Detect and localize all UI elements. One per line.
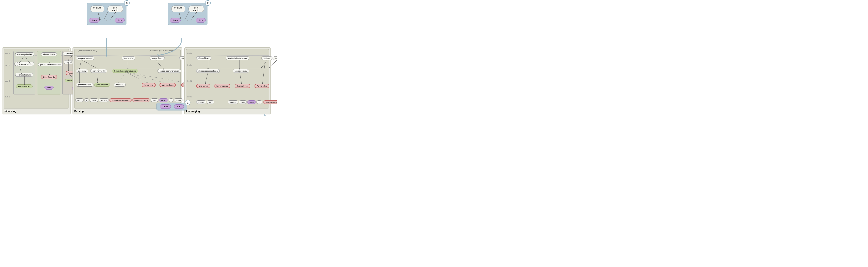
floating-box-right: contacts user profile Anna … Tom 2 — [168, 3, 208, 25]
dictionary-parse: dictionary — [76, 69, 88, 73]
phrase-library-node-init: phrase library — [38, 52, 60, 56]
user-profile-node-top-center: user profile — [107, 5, 123, 12]
phrase-library-parse: phrase library — [150, 56, 165, 60]
formal-class-parse: formal classification structure — [112, 69, 138, 73]
grammar-subpanel: grammar checker dictionary grammar model… — [13, 51, 35, 94]
svg-line-21 — [155, 60, 163, 69]
svg-line-35 — [261, 60, 267, 68]
level1-label-lev: level 1 — [187, 96, 192, 98]
svg-line-15 — [68, 55, 72, 60]
contacts-node-top-center: contacts — [90, 5, 104, 12]
line1-init — [13, 100, 68, 100]
level3-label-lev: level 3 — [187, 64, 192, 66]
token-cow: the cow — [99, 98, 109, 102]
phrase-rec-node-init: phrase recommendation — [38, 63, 60, 66]
lev-tokens-right: Dear Madams and Sirs,... Kindly, Tin How… — [264, 100, 277, 104]
initializing-label: Initializing — [4, 110, 69, 113]
parse-tokens-row: John, I milked the cow Dear Madams and S… — [75, 98, 202, 102]
token-dear-lev: Dear Madams and Sirs,... — [264, 100, 277, 104]
grammar-rules-node-init: grammar rules — [14, 84, 34, 88]
farm-animal-lev: farm animal — [196, 84, 210, 88]
token-hello-lev: Hello — [239, 100, 247, 104]
token-anna-lev: Anna, — [247, 100, 256, 104]
user-profile-node-top-right: user profile — [188, 5, 204, 12]
lev-line3 — [196, 68, 269, 68]
user-profile-lev: user profile — [273, 56, 277, 60]
ellipsis-center: … — [104, 18, 110, 23]
svg-line-25 — [118, 72, 126, 83]
phrase-subpanel: phrase library phrase recommendation Bes… — [37, 51, 61, 94]
phrase-rec-lev: phrase recommendation — [196, 69, 220, 73]
bottom-section: level 4 level 3 level 2 level 1 grammar … — [2, 48, 271, 114]
level1-label-init: level 1 — [5, 96, 10, 98]
anna-node-right: Anna — [170, 18, 181, 23]
level4-label-init: level 4 — [5, 52, 10, 54]
anna-node-center: Anna — [89, 18, 100, 23]
phrase-rec-parse: phrase recommendation — [157, 69, 181, 73]
svg-line-19 — [80, 60, 82, 69]
sentence-parse: sentence — [114, 83, 126, 87]
grammatical-unit-parse: grammatical unit — [76, 83, 93, 87]
initializing-panel: level 4 level 3 level 2 level 1 grammar … — [2, 48, 70, 114]
badge-2: 2 — [205, 0, 211, 6]
grammar-model-parse: grammar model — [90, 69, 107, 73]
anna-bottom: Anna — [160, 105, 171, 109]
token-sarah: Sarah, — [159, 98, 168, 102]
parse-line1 — [74, 97, 180, 97]
svg-line-11 — [20, 66, 22, 74]
parsing-title-right: (externalize general knowledge) — [150, 50, 174, 52]
farm-machines-parse: farm machines — [159, 83, 176, 87]
ellipsis-right: … — [185, 18, 191, 23]
bottom-floating-box: Anna Tom 1 — [156, 102, 187, 111]
token-i2: I — [169, 98, 174, 102]
token-milked2: milked — [174, 98, 183, 102]
topic-dict-lev: topic dictionary — [233, 69, 249, 73]
token-dear: Dear Madams and Sirs,... — [110, 98, 132, 102]
formal-letter-lev: Formal letter — [254, 84, 269, 88]
svg-line-27 — [126, 72, 165, 83]
floating-box-center: contacts user profile Anna … Tom 3 — [87, 3, 126, 25]
leveraging-label: Leveraging — [186, 110, 269, 113]
lev-tokens-mid: inactivity Hello Anna, ... — [228, 100, 262, 104]
token-attached: attached you find... — [132, 98, 150, 102]
grammar-model-node-init: grammar model — [17, 62, 34, 66]
svg-line-34 — [262, 60, 266, 84]
tom-bottom: Tom — [174, 105, 184, 109]
farm-animal-parse: farm animal — [142, 83, 156, 87]
top-section: contacts user profile Anna … Tom 3 — [2, 2, 271, 46]
parse-line2 — [74, 82, 180, 82]
lev-line1 — [196, 100, 269, 100]
token-milked: milked — [90, 98, 98, 102]
name-node-init: name — [38, 86, 60, 90]
farm-machines-lev: farm machines — [214, 84, 230, 88]
svg-line-20 — [82, 60, 98, 69]
grammar-checker-node-init: grammar checker — [15, 52, 33, 56]
tom-node-right: Tom — [196, 18, 206, 23]
token-cow-lev: Cow — [207, 100, 214, 104]
word-anticipation-lev: word anticipation engine — [226, 56, 249, 60]
grammar-checker-parse: grammar checker — [76, 56, 94, 60]
svg-line-32 — [205, 72, 208, 84]
best-regards-node-init: Best Regards — [38, 75, 60, 79]
contacts-node-top-right: contacts — [171, 5, 185, 12]
svg-line-24 — [97, 72, 98, 83]
svg-line-28 — [126, 72, 187, 83]
svg-line-26 — [126, 72, 148, 83]
informal-letter-lev: Informal letter — [235, 84, 250, 88]
grammar-rules-parse: grammar rules — [94, 83, 110, 87]
tom-node-center: Tom — [115, 18, 125, 23]
user-profile-parse: user profile — [122, 56, 135, 60]
contacts-lev: contacts — [261, 56, 273, 60]
level4-label-lev: level 4 — [187, 52, 192, 54]
token-typing: typing... — [196, 100, 206, 104]
parse-line3 — [74, 68, 180, 68]
lev-tokens-left: typing... Cow — [196, 100, 214, 104]
level3-label-init: level 3 — [5, 64, 10, 66]
parse-line4 — [74, 55, 180, 56]
parsing-title-left: (constructed set of rules) — [79, 50, 97, 52]
level2-label-lev: level 2 — [187, 80, 192, 82]
lev-line4 — [196, 55, 269, 56]
badge-3: 3 — [124, 0, 130, 6]
svg-line-36 — [269, 60, 277, 68]
token-john: John, — [75, 98, 84, 102]
